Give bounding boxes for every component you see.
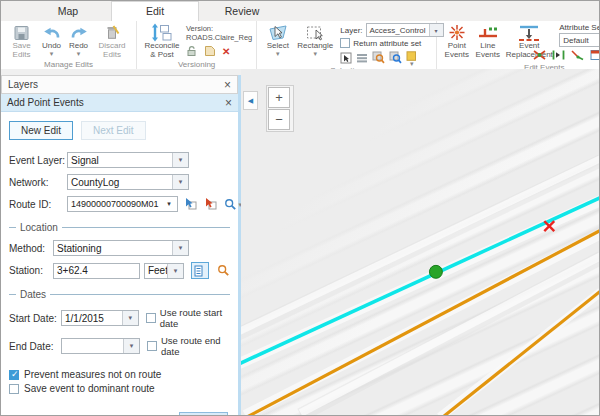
next-button[interactable]: Next >	[179, 412, 228, 416]
station-picker-icon	[194, 265, 205, 277]
start-date-combo-arrow[interactable]	[122, 311, 138, 325]
return-attribute-set-checkbox[interactable]	[340, 38, 350, 48]
save-icon	[13, 23, 30, 42]
end-date-combo-arrow[interactable]	[123, 339, 139, 353]
select-features-icon[interactable]	[340, 52, 352, 66]
panel-header: Add Point Events	[1, 94, 238, 112]
dates-section-header: Dates	[9, 289, 230, 300]
use-route-start-date-checkbox[interactable]	[146, 313, 156, 323]
selection-options-icon[interactable]	[406, 51, 417, 66]
method-combo[interactable]: Stationing	[53, 240, 189, 256]
zoom-to-station-icon[interactable]	[217, 264, 230, 277]
collapse-panel-button[interactable]	[243, 91, 258, 110]
method-combo-arrow[interactable]	[172, 241, 188, 255]
point-events-button[interactable]: Point Events	[441, 22, 472, 60]
rectangle-select-button[interactable]: Rectangle	[294, 22, 336, 56]
line-events-button[interactable]: Line Events	[472, 22, 503, 60]
tab-edit[interactable]: Edit	[111, 1, 199, 21]
next-edit-button[interactable]: Next Edit	[81, 121, 146, 140]
panel-close-icon[interactable]	[225, 98, 232, 108]
start-date-input[interactable]: 1/1/2015	[61, 310, 139, 326]
network-label: Network:	[9, 177, 67, 188]
split-event-icon[interactable]	[533, 49, 546, 63]
group-versioning: Reconcile & Post Version: ROADS.Claire_R…	[137, 21, 257, 69]
map-zoom-control: + −	[266, 85, 294, 132]
network-combo[interactable]: CountyLog	[67, 174, 189, 190]
add-point-events-panel: Layers Add Point Events New Edit Next Ed…	[1, 75, 241, 415]
redo-button[interactable]: Redo	[65, 22, 92, 56]
attribute-set-label: Attribute Set:	[559, 23, 600, 32]
unlock-version-icon[interactable]	[186, 45, 198, 59]
start-date-label: Start Date:	[9, 313, 61, 324]
undo-button[interactable]: Undo	[38, 22, 65, 56]
reconcile-post-button[interactable]: Reconcile & Post	[141, 22, 183, 60]
station-unit-combo[interactable]: Feet	[144, 263, 184, 279]
panel-title: Add Point Events	[7, 97, 84, 108]
method-label: Method:	[9, 243, 53, 254]
event-replacement-icon	[516, 23, 542, 42]
rectangle-dropdown-caret[interactable]	[314, 51, 318, 56]
save-edits-button[interactable]: Save Edits	[5, 22, 38, 60]
layers-close-icon[interactable]	[224, 80, 231, 90]
line-events-icon	[477, 23, 499, 42]
basemap-roads	[241, 158, 599, 415]
tab-review[interactable]: Review	[199, 2, 285, 21]
redo-dropdown-caret[interactable]	[77, 51, 81, 56]
map-canvas	[241, 69, 599, 415]
attribute-set-combo[interactable]: Default	[559, 33, 600, 47]
select-route-from-selection-icon[interactable]	[204, 197, 217, 212]
undo-dropdown-caret[interactable]	[50, 51, 54, 56]
layer-combo[interactable]: Access_Control	[366, 23, 444, 37]
use-route-start-date-label: Use route start date	[160, 307, 230, 329]
route-id-combo-arrow[interactable]	[162, 197, 177, 211]
use-route-end-date-checkbox[interactable]	[147, 341, 157, 351]
tab-map[interactable]: Map	[25, 2, 111, 21]
discard-edits-button[interactable]: Discard Edits	[92, 22, 132, 60]
save-dominant-route-checkbox[interactable]	[9, 384, 19, 394]
map-view[interactable]: + −	[241, 69, 599, 415]
route-id-combo[interactable]: 14900000700090M01	[67, 196, 178, 212]
station-unit-combo-arrow[interactable]	[167, 264, 183, 278]
events-table-icon[interactable]	[590, 49, 600, 63]
layer-label: Layer:	[340, 26, 362, 35]
station-picker-button[interactable]	[191, 262, 209, 279]
zoom-to-route-icon[interactable]	[224, 198, 243, 211]
point-events-icon	[447, 23, 467, 42]
ribbon: Save Edits Undo Redo Discard	[1, 21, 599, 70]
ribbon-tab-bar: Map Edit Review	[1, 1, 599, 22]
zoom-out-button[interactable]: −	[268, 109, 290, 130]
delete-version-icon[interactable]: ✕	[222, 47, 230, 57]
group-edit-events: Point Events Line Events Event Replaceme…	[437, 21, 600, 69]
event-layer-combo-arrow[interactable]	[172, 153, 188, 167]
pan-to-selection-icon[interactable]	[389, 51, 402, 66]
parallel-route-line-2[interactable]	[443, 291, 599, 415]
station-label: Station:	[9, 265, 53, 276]
select-tool-icon	[267, 23, 289, 42]
event-point-marker[interactable]	[429, 265, 442, 278]
new-edit-button[interactable]: New Edit	[9, 121, 73, 140]
redo-icon	[70, 23, 88, 42]
end-date-input[interactable]	[61, 338, 140, 354]
retire-event-icon[interactable]	[571, 49, 584, 63]
version-value: ROADS.Claire_Reg	[186, 33, 252, 42]
select-dropdown-caret[interactable]	[276, 51, 280, 56]
prevent-measures-checkbox[interactable]	[9, 370, 19, 380]
return-attribute-set-label: Return attribute set	[353, 39, 421, 48]
zoom-in-button[interactable]: +	[268, 87, 290, 108]
selection-list-icon[interactable]	[356, 52, 368, 66]
end-date-label: End Date:	[9, 341, 61, 352]
network-combo-arrow[interactable]	[172, 175, 188, 189]
post-version-icon[interactable]	[204, 45, 216, 59]
event-layer-combo[interactable]: Signal	[67, 152, 189, 168]
select-button[interactable]: Select	[261, 22, 294, 56]
station-input[interactable]: 3+62.4	[53, 263, 140, 279]
select-route-on-map-icon[interactable]	[184, 197, 197, 212]
save-dominant-route-label: Save event to dominant route	[24, 383, 155, 394]
event-layer-label: Event Layer:	[9, 155, 67, 166]
reconcile-icon	[151, 23, 173, 42]
use-route-end-date-label: Use route end date	[161, 335, 230, 357]
layers-pane-title: Layers	[8, 79, 38, 90]
zoom-to-selection-icon[interactable]	[372, 51, 385, 66]
rectangle-select-icon	[305, 23, 325, 42]
merge-events-icon[interactable]	[552, 49, 565, 63]
